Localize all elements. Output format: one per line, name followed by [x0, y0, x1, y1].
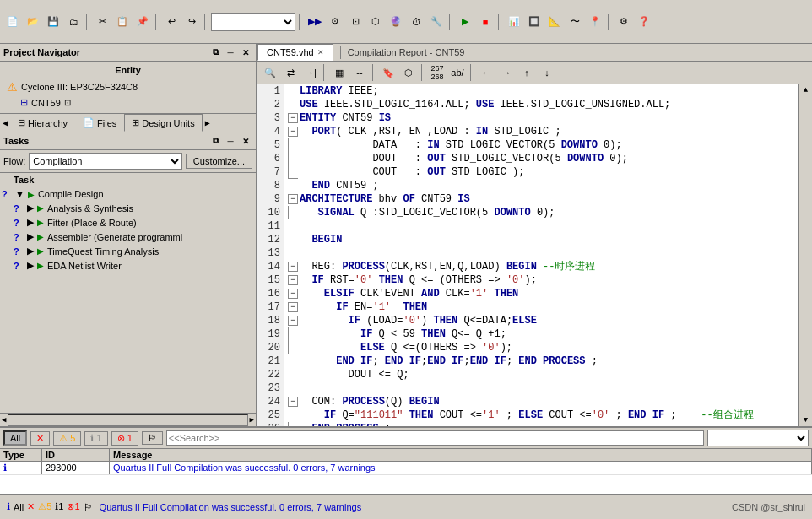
customize-button[interactable]: Customize...	[186, 154, 252, 169]
close-vhd-tab[interactable]: ✕	[317, 48, 324, 57]
settings-button[interactable]: ⚙	[614, 13, 633, 31]
ed-linecount-btn[interactable]: 267268	[428, 63, 447, 82]
filter-error[interactable]: ✕	[30, 431, 50, 446]
tab-hierarchy[interactable]: ⊟ Hierarchy	[10, 114, 75, 132]
fold-minus-15[interactable]: −	[288, 275, 298, 285]
device-name: Cyclone III: EP3C25F324C8	[21, 82, 138, 92]
hscroll-track[interactable]	[8, 414, 247, 426]
tab-scroll-right[interactable]: ▶	[203, 114, 213, 132]
chip-button[interactable]: 🔲	[525, 13, 544, 31]
ed-right-btn[interactable]: →	[497, 63, 516, 82]
message-scope-select[interactable]	[707, 430, 809, 446]
redo-button[interactable]: ↪	[182, 13, 201, 31]
rtl-button[interactable]: 📊	[505, 13, 523, 31]
sim-button[interactable]: 🔮	[387, 13, 405, 31]
task-item-2[interactable]: ? ▶ ▶ Fitter (Place & Route)	[0, 215, 256, 230]
ed-spell-btn[interactable]: ab/	[448, 63, 467, 82]
code-content[interactable]: LIBRARY IEEE;USE IEEE.STD_LOGIC_1164.ALL…	[284, 84, 798, 426]
stop-button[interactable]: ■	[476, 13, 495, 31]
compile-button[interactable]: ▶▶	[306, 13, 324, 31]
fold-minus-18[interactable]: −	[288, 316, 298, 326]
timing-button[interactable]: ⏱	[407, 13, 425, 31]
code-line-5: DATA : IN STD_LOGIC_VECTOR(5 DOWNTO 0);	[288, 138, 795, 152]
design-item[interactable]: ⊞ CNT59 ⊡	[3, 95, 252, 110]
fold-minus-24[interactable]: −	[288, 397, 298, 407]
floorplan-button[interactable]: 📐	[545, 13, 564, 31]
task-item-3[interactable]: ? ▶ ▶ Assembler (Generate programming fi…	[0, 230, 256, 244]
hscroll-right[interactable]: ▶	[248, 415, 256, 424]
ed-up-btn[interactable]: ↑	[517, 63, 536, 82]
code-text-22: DOUT <= Q;	[300, 368, 409, 381]
filter-all[interactable]: All	[3, 430, 27, 446]
minimize-icon[interactable]: ─	[224, 46, 237, 59]
code-text-2: USE IEEE.STD_LOGIC_1164.ALL; USE IEEE.ST…	[300, 98, 670, 111]
task-item-1[interactable]: ? ▶ ▶ Analysis & Synthesis	[0, 201, 256, 215]
code-text-24: COM: PROCESS(Q) BEGIN	[300, 395, 440, 408]
tasks-title: Tasks	[3, 136, 29, 146]
fold-minus-4[interactable]: −	[288, 127, 298, 137]
task-arrow-0: ▶	[28, 190, 35, 199]
hscroll-left[interactable]: ◀	[0, 415, 8, 424]
tasks-minimize-icon[interactable]: ─	[224, 134, 237, 148]
ed-block-btn[interactable]: ▦	[330, 63, 349, 82]
ed-left-btn[interactable]: ←	[477, 63, 495, 82]
fit-button[interactable]: ⊡	[346, 13, 365, 31]
filter-info[interactable]: ℹ 1	[84, 431, 107, 446]
tasks-float-icon[interactable]: ⧉	[208, 134, 222, 148]
save-all-button[interactable]: 🗂	[64, 13, 83, 31]
editor-tab-vhd[interactable]: CNT59.vhd ✕	[257, 44, 333, 61]
ed-comment-btn[interactable]: --	[350, 63, 369, 82]
analyze-button[interactable]: ⚙	[326, 13, 344, 31]
ed-search-btn[interactable]: 🔍	[261, 63, 279, 82]
undo-button[interactable]: ↩	[162, 13, 181, 31]
vscroll-up[interactable]: ▲	[802, 84, 809, 96]
ed-down-btn[interactable]: ↓	[538, 63, 556, 82]
flow-label: Flow:	[3, 156, 25, 166]
task-item-4[interactable]: ? ▶ ▶ TimeQuest Timing Analysis	[0, 244, 256, 258]
cut-button[interactable]: ✂	[93, 13, 111, 31]
fold-minus-3[interactable]: −	[288, 113, 298, 123]
vscroll-down[interactable]: ▼	[802, 414, 809, 426]
pin-button[interactable]: 📍	[586, 13, 604, 31]
task-item-5[interactable]: ? ▶ ▶ EDA Netlist Writer	[0, 258, 256, 273]
help-button[interactable]: ❓	[635, 13, 653, 31]
new-button[interactable]: 📄	[3, 13, 22, 31]
program-button[interactable]: ⬡	[366, 13, 385, 31]
filter-warning[interactable]: ⚠ 5	[53, 431, 81, 446]
expand-icon-0: ▼	[15, 189, 24, 199]
message-row-0[interactable]: ℹ 293000 Quartus II Full Compilation was…	[0, 462, 812, 475]
code-text-12: BEGIN	[300, 233, 342, 246]
device-item[interactable]: ⚠ Cyclone III: EP3C25F324C8	[3, 78, 252, 95]
ed-indent-btn[interactable]: →|	[301, 63, 320, 82]
filter-flag[interactable]: 🏳	[142, 431, 163, 445]
task-group-compile[interactable]: ? ▼ ▶ Compile Design	[0, 187, 256, 201]
ed-replace-btn[interactable]: ⇄	[281, 63, 300, 82]
flow-select[interactable]: Compilation	[29, 153, 182, 170]
message-search-input[interactable]	[166, 430, 704, 446]
play-button[interactable]: ▶	[456, 13, 474, 31]
fold-minus-17[interactable]: −	[288, 302, 298, 312]
ed-bookmark-btn[interactable]: 🔖	[379, 63, 398, 82]
tab-scroll-left[interactable]: ◀	[0, 114, 10, 132]
paste-button[interactable]: 📌	[133, 13, 152, 31]
close-icon[interactable]: ✕	[239, 46, 252, 59]
msg-id-0: 293000	[42, 462, 110, 474]
tasks-close-icon[interactable]: ✕	[239, 134, 252, 148]
tab-design-units[interactable]: ⊞ Design Units	[124, 114, 202, 132]
waveform-button[interactable]: 〜	[566, 13, 584, 31]
save-button[interactable]: 💾	[44, 13, 62, 31]
fold-minus-9[interactable]: −	[288, 194, 298, 204]
float-icon[interactable]: ⧉	[208, 46, 222, 59]
project-select[interactable]: CNT59	[211, 13, 295, 31]
filter-critical[interactable]: ⊗ 1	[111, 431, 138, 446]
copy-button[interactable]: 📋	[113, 13, 132, 31]
debug-button[interactable]: 🔧	[427, 13, 446, 31]
ed-nav-btn[interactable]: ⬡	[399, 63, 418, 82]
open-button[interactable]: 📂	[24, 13, 42, 31]
task-arrow-1: ▶	[37, 203, 44, 213]
tab-files[interactable]: 📄 Files	[75, 114, 124, 132]
task-arrow-4: ▶	[37, 246, 44, 256]
fold-minus-16[interactable]: −	[288, 289, 298, 299]
fold-minus-14[interactable]: −	[288, 262, 298, 272]
report-tab[interactable]: Compilation Report - CNT59	[340, 46, 472, 59]
